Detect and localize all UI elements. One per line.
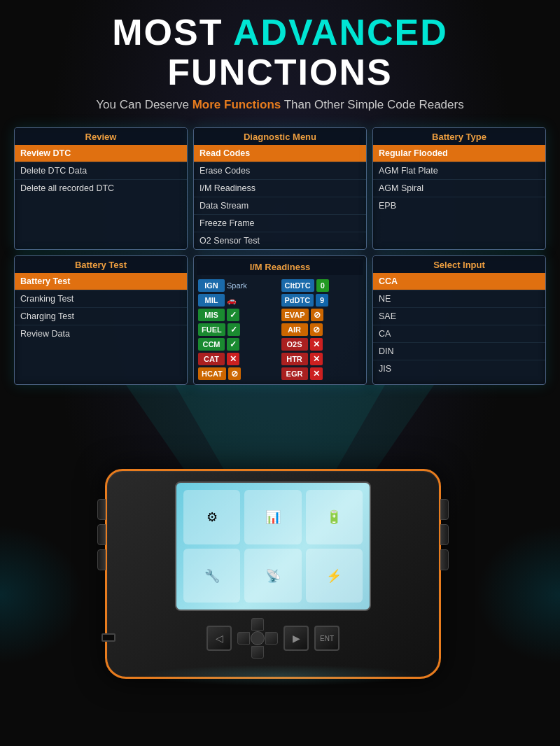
battery-type-item-1[interactable]: AGM Flat Plate [373,162,545,180]
dpad-up[interactable] [251,618,264,631]
battery-test-item-2[interactable]: Charging Test [15,308,187,325]
im-row-evap: EVAP ⊘ [281,309,363,321]
dpad-center[interactable] [251,631,265,645]
im-label-o2s: O2S [281,338,308,351]
battery-type-item-2[interactable]: AGM Spiral [373,180,545,197]
review-panel: Review Review DTC Delete DTC Data Delete… [14,127,188,250]
device-buttons: ◁ ▶ ENT [206,618,340,659]
title-line2: FUNCTIONS [96,52,463,92]
im-label-ign: IGN [198,279,225,292]
diagnostic-item-0[interactable]: Read Codes [194,145,366,162]
im-row-air: AIR ⊘ [281,323,363,336]
im-label-mil: MIL [198,294,225,307]
im-label-evap: EVAP [281,309,309,321]
im-label-hcat: HCAT [198,367,226,380]
select-input-title: Select Input [373,256,545,273]
im-label-mis: MIS [198,309,225,321]
im-readiness-grid: IGN Spark CItDTC 0 MIL 🚗 PdDTC 9 [197,278,363,381]
im-row-mis: MIS ✓ [198,309,279,321]
select-input-item-1[interactable]: NE [373,290,545,308]
screen-icon-2: 🔋 [306,490,363,544]
diagnostic-item-2[interactable]: I/M Readiness [194,180,366,197]
diagnostic-item-4[interactable]: Freeze Frame [194,215,366,232]
title-line1: MOST ADVANCED [96,13,463,52]
screen-icon-4: 📡 [244,549,301,603]
diagnostic-item-1[interactable]: Erase Codes [194,162,366,180]
select-input-item-3[interactable]: CA [373,325,545,343]
main-content: MOST ADVANCED FUNCTIONS You Can Deserve … [0,0,560,707]
battery-type-item-3[interactable]: EPB [373,197,545,214]
im-icon-fuel: ✓ [227,323,240,336]
button-dpad[interactable] [237,618,278,659]
im-label-fuel: FUEL [198,323,225,336]
button-enter[interactable]: ▶ [284,626,309,651]
grip-left-3 [97,549,106,570]
select-input-item-0[interactable]: CCA [373,273,545,290]
battery-type-item-0[interactable]: Regular Flooded [373,145,545,162]
dpad-right[interactable] [265,632,278,645]
im-label-cat: CAT [198,353,225,365]
title-section: MOST ADVANCED FUNCTIONS You Can Deserve … [96,13,463,123]
im-status-mil: 🚗 [227,296,237,305]
im-row-fuel: FUEL ✓ [198,323,279,336]
title-advanced: ADVANCED [233,12,448,52]
im-label-pddtc: PdDTC [281,294,314,307]
panels-grid: Review Review DTC Delete DTC Data Delete… [14,127,546,385]
im-icon-pddtc: 9 [316,294,328,307]
subtitle-highlight: More Functions [192,98,281,111]
im-row-htr: HTR ✕ [281,353,363,365]
im-icon-mis: ✓ [227,309,239,321]
im-row-ign: IGN Spark [198,279,279,292]
im-icon-evap: ⊘ [311,309,323,321]
review-item-0[interactable]: Review DTC [15,145,187,162]
im-icon-ccm: ✓ [227,338,239,351]
dpad-left[interactable] [237,632,250,645]
im-row-hcat: HCAT ⊘ [198,367,279,380]
battery-test-item-3[interactable]: Review Data [15,325,187,342]
im-icon-hcat: ⊘ [228,367,241,380]
diagnostic-item-3[interactable]: Data Stream [194,197,366,215]
screen-content: ⚙ 📊 🔋 🔧 📡 ⚡ [176,483,370,610]
im-row-mil: MIL 🚗 [198,294,279,307]
select-input-item-5[interactable]: JIS [373,360,545,377]
im-row-egr: EGR ✕ [281,367,363,380]
diagnostic-panel-title: Diagnostic Menu [194,128,366,145]
im-label-htr: HTR [281,353,308,365]
im-label-egr: EGR [281,367,308,380]
battery-test-panel-title: Battery Test [15,256,187,273]
battery-type-panel: Battery Type Regular Flooded AGM Flat Pl… [372,127,546,250]
grip-right-3 [440,549,449,570]
review-item-2[interactable]: Delete all recorded DTC [15,180,187,197]
im-label-air: AIR [281,323,308,336]
device-grips-right [440,499,449,570]
subtitle: You Can Deserve More Functions Than Othe… [96,98,463,112]
device-container: ⚙ 📊 🔋 🔧 📡 ⚡ ◁ [105,469,455,693]
device: ⚙ 📊 🔋 🔧 📡 ⚡ ◁ [105,469,441,679]
im-row-o2s: O2S ✕ [281,338,363,351]
side-glow-right [476,525,560,665]
im-icon-citdtc: 0 [316,279,329,292]
device-reflection [140,665,420,686]
im-readiness-panel: I/M Readiness IGN Spark CItDTC 0 MIL 🚗 P… [193,255,367,385]
screen-icon-5: ⚡ [306,549,363,603]
im-readiness-title: I/M Readiness [197,259,363,275]
screen-icon-0: ⚙ [183,490,240,544]
grip-left-2 [97,524,106,545]
battery-test-item-0[interactable]: Battery Test [15,273,187,290]
screen-icon-1: 📊 [244,490,301,544]
review-item-1[interactable]: Delete DTC Data [15,162,187,180]
button-func[interactable]: ENT [314,626,340,651]
im-icon-cat: ✕ [227,353,239,365]
battery-test-item-1[interactable]: Cranking Test [15,290,187,308]
grip-right-1 [440,499,449,520]
im-row-pddtc: PdDTC 9 [281,294,363,307]
dpad-down[interactable] [251,646,264,659]
screen-icon-3: 🔧 [183,549,240,603]
select-input-item-4[interactable]: DIN [373,343,545,360]
im-label-citdtc: CItDTC [281,279,314,292]
diagnostic-item-5[interactable]: O2 Sensor Test [194,232,366,249]
button-back[interactable]: ◁ [206,626,232,651]
diagnostic-panel: Diagnostic Menu Read Codes Erase Codes I… [193,127,367,250]
select-input-item-2[interactable]: SAE [373,308,545,325]
im-status-spark: Spark [227,281,247,290]
